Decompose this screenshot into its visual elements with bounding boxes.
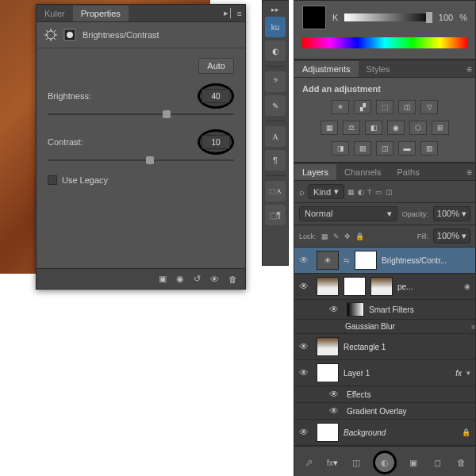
tab-channels[interactable]: Channels (336, 164, 389, 180)
k-slider[interactable] (344, 13, 432, 21)
mask-thumb[interactable] (344, 277, 366, 296)
layers-menu-icon[interactable]: ≡ (467, 167, 472, 177)
fx-badge[interactable]: fx (455, 369, 462, 378)
visibility-icon[interactable]: 👁 (299, 255, 312, 266)
foreground-swatch[interactable] (302, 6, 326, 29)
layer-style-icon[interactable]: fx▾ (325, 455, 340, 470)
adj-hue-icon[interactable]: ▦ (321, 121, 338, 135)
visibility-icon[interactable]: 👁 (329, 304, 342, 315)
layer-brightness-contrast[interactable]: 👁 ☀ ⇋ Brightness/Contr... (294, 248, 475, 274)
adj-curves-icon[interactable]: ⬚ (376, 100, 393, 114)
dock-character-icon[interactable]: A (265, 126, 286, 147)
layer-background[interactable]: 👁 Background 🔒 (294, 420, 475, 446)
dock-char-styles-icon[interactable]: ⬚A (265, 181, 286, 202)
layer-name[interactable]: Background (344, 428, 457, 437)
layer-name[interactable]: Brightness/Contr... (382, 256, 470, 265)
clip-to-layer-icon[interactable]: ▣ (159, 274, 167, 284)
smart-filters-row[interactable]: 👁 Smart Filters (294, 300, 475, 320)
dock-brush-preset-icon[interactable]: ✎ (265, 95, 286, 116)
contrast-input[interactable] (202, 135, 230, 149)
layer-name[interactable]: Layer 1 (344, 369, 451, 378)
adj-posterize-icon[interactable]: ▨ (354, 141, 371, 155)
toggle-visibility-icon[interactable]: 👁 (210, 274, 219, 284)
adj-lookup-icon[interactable]: ⊞ (432, 121, 449, 135)
contrast-slider[interactable] (48, 159, 234, 161)
dock-properties-icon[interactable]: ◐ (265, 40, 286, 61)
lock-pixels-icon[interactable]: ✎ (333, 232, 340, 240)
brightness-input[interactable] (202, 89, 230, 103)
tab-kuler[interactable]: Kuler (36, 6, 73, 21)
adj-mixer-icon[interactable]: ⬡ (409, 121, 427, 135)
layer-name[interactable]: Rectangle 1 (344, 343, 470, 351)
collapse-icon[interactable]: ▸│ (224, 8, 234, 18)
visibility-icon[interactable]: 👁 (299, 281, 312, 292)
effect-name[interactable]: Gradient Overlay (347, 407, 475, 416)
adj-menu-icon[interactable]: ≡ (467, 64, 472, 74)
tab-paths[interactable]: Paths (390, 164, 428, 180)
dock-collapse-icon[interactable]: ▸▸ (271, 6, 279, 13)
link-layers-icon[interactable]: ⬀ (301, 455, 316, 470)
panel-menu-icon[interactable]: ≡ (237, 9, 242, 18)
filter-options-icon[interactable]: ≡ (471, 323, 475, 331)
tab-layers[interactable]: Layers (294, 164, 336, 180)
layer-pe[interactable]: 👁 pe... ◉ (294, 274, 475, 300)
blend-mode-select[interactable]: Normal ▾ (299, 206, 397, 221)
filter-pixel-icon[interactable]: ▦ (347, 188, 355, 196)
gaussian-blur-row[interactable]: Gaussian Blur ≡ (294, 320, 475, 334)
adj-invert-icon[interactable]: ◨ (332, 141, 349, 155)
effects-row[interactable]: 👁 Effects (294, 386, 475, 403)
filter-mask-thumb[interactable] (347, 302, 364, 317)
fill-select[interactable]: 100% ▾ (433, 228, 470, 244)
adj-brightness-icon[interactable]: ☀ (332, 100, 349, 114)
dock-paragraph-icon[interactable]: ¶ (265, 150, 286, 171)
mask-thumb[interactable] (355, 251, 377, 270)
tab-styles[interactable]: Styles (359, 61, 398, 77)
layer-mask-icon[interactable]: ◫ (349, 455, 363, 470)
tab-properties[interactable]: Properties (73, 6, 129, 21)
new-layer-icon[interactable]: ◻ (430, 455, 444, 470)
filter-type-icon[interactable]: T (367, 188, 372, 196)
dock-para-styles-icon[interactable]: ⬚¶ (265, 205, 286, 225)
adj-photo-filter-icon[interactable]: ◉ (387, 121, 405, 135)
visibility-icon[interactable]: 👁 (329, 389, 342, 400)
delete-icon[interactable]: 🗑 (228, 274, 237, 284)
link-icon[interactable]: ⇋ (344, 256, 350, 264)
filter-name[interactable]: Gaussian Blur (345, 322, 466, 331)
adj-levels-icon[interactable]: ▞ (354, 100, 371, 114)
brightness-slider[interactable] (48, 113, 234, 115)
reset-icon[interactable]: ↺ (194, 274, 201, 284)
visibility-icon[interactable]: 👁 (299, 367, 312, 378)
gradient-overlay-row[interactable]: 👁 Gradient Overlay (294, 403, 475, 420)
search-icon[interactable]: ⌕ (299, 187, 305, 197)
lock-pos-icon[interactable]: ✥ (344, 232, 351, 240)
color-spectrum[interactable] (302, 37, 467, 48)
visibility-icon[interactable]: 👁 (299, 341, 312, 352)
adj-exposure-icon[interactable]: ◫ (398, 100, 416, 114)
adj-gradmap-icon[interactable]: ▬ (398, 141, 416, 155)
dock-kuler-icon[interactable]: ku (265, 17, 286, 37)
layer-rectangle-1[interactable]: 👁 Rectangle 1 (294, 334, 475, 360)
filter-kind-select[interactable]: Kind▾ (308, 184, 344, 199)
adj-selective-icon[interactable]: ▥ (420, 141, 438, 155)
lock-all-icon[interactable]: 🔒 (355, 232, 364, 240)
chevron-down-icon[interactable]: ▾ (466, 369, 470, 377)
lock-trans-icon[interactable]: ▦ (321, 232, 328, 240)
adj-balance-icon[interactable]: ⚖ (343, 121, 360, 135)
adj-vibrance-icon[interactable]: ▽ (420, 100, 438, 114)
filter-smart-icon[interactable]: ◫ (386, 188, 393, 196)
visibility-icon[interactable]: 👁 (329, 405, 342, 416)
new-adjustment-layer-icon[interactable]: ◐ (373, 451, 397, 474)
auto-button[interactable]: Auto (198, 58, 234, 74)
adj-threshold-icon[interactable]: ◫ (376, 141, 393, 155)
dock-brushes-icon[interactable]: 𝄢 (265, 71, 286, 92)
adj-bw-icon[interactable]: ◧ (365, 121, 382, 135)
filter-shape-icon[interactable]: ▭ (375, 188, 382, 196)
opacity-select[interactable]: 100% ▾ (433, 206, 470, 221)
visibility-icon[interactable]: 👁 (299, 427, 312, 438)
new-group-icon[interactable]: ▣ (406, 455, 420, 470)
filter-adj-icon[interactable]: ◐ (358, 188, 364, 196)
use-legacy-checkbox[interactable] (48, 175, 57, 185)
view-previous-icon[interactable]: ◉ (176, 274, 184, 284)
delete-layer-icon[interactable]: 🗑 (454, 455, 468, 470)
layer-1[interactable]: 👁 Layer 1 fx ▾ (294, 360, 475, 386)
